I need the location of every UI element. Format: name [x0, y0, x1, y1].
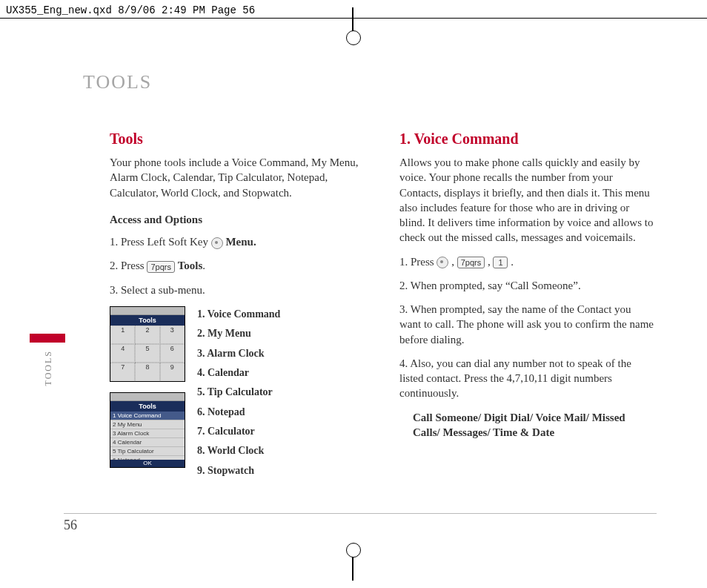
screen1-title: Tools	[110, 315, 185, 326]
sub-menu-list: 1. Voice Command 2. My Menu 3. Alarm Clo…	[197, 306, 280, 480]
step2-period: .	[202, 260, 205, 271]
screen2-items: 1 Voice Command 2 My Menu 3 Alarm Clock …	[110, 412, 185, 465]
key-1-icon: 1	[493, 257, 508, 268]
access-heading: Access and Options	[110, 212, 364, 227]
sub-menu-item: 9. Stopwatch	[197, 463, 280, 479]
sub-menu-item: 2. My Menu	[197, 326, 280, 342]
vc-step1-a: 1. Press	[399, 256, 437, 268]
tools-intro: Your phone tools include a Voice Command…	[110, 155, 364, 200]
page-title: TOOLS	[83, 71, 654, 93]
soft-key-icon	[437, 257, 448, 268]
crop-rule	[0, 18, 707, 19]
sub-menu-item: 5. Tip Calculator	[197, 384, 280, 400]
right-column: 1. Voice Command Allows you to make phon…	[399, 131, 654, 479]
side-tab: TOOLS	[30, 334, 65, 386]
key-7pqrs-icon: 7pqrs	[457, 257, 485, 268]
vc-step-1: 1. Press , 7pqrs , 1 .	[399, 254, 654, 269]
vc-step-2: 2. When prompted, say “Call Someone”.	[399, 278, 654, 293]
access-step-3: 3. Select a sub-menu.	[110, 283, 364, 297]
left-column: Tools Your phone tools include a Voice C…	[110, 131, 364, 479]
crop-mark-bottom	[352, 549, 354, 581]
vc-step-3: 3. When prompted, say the name of the Co…	[399, 302, 654, 347]
step2-text-a: 2. Press	[110, 260, 147, 271]
voice-command-heading: 1. Voice Command	[399, 131, 654, 148]
step1-text-a: 1. Press Left Soft Key	[110, 236, 211, 248]
screen2-item: 2 My Menu	[110, 420, 185, 429]
screen2-item: 1 Voice Command	[110, 412, 185, 420]
left-soft-key-icon	[211, 237, 223, 249]
step1-text-b: Menu.	[225, 236, 256, 248]
voice-command-intro: Allows you to make phone calls quickly a…	[399, 155, 654, 245]
sub-menu-item: 3. Alarm Clock	[197, 346, 280, 362]
screen2-item: 5 Tip Calculator	[110, 447, 185, 456]
phone-screen-icons: Tools 123 456 789	[110, 306, 185, 382]
footer-rule	[64, 513, 657, 514]
crop-mark-top	[352, 7, 354, 39]
phone-screenshots: Tools 123 456 789 Tools 1 Voice Command …	[110, 306, 185, 468]
tools-heading: Tools	[110, 131, 364, 148]
vc-step-4: 4. Also, you can dial any number not to …	[399, 356, 654, 401]
page-number: 56	[64, 518, 77, 533]
sub-menu-item: 7. Calculator	[197, 423, 280, 440]
key-7pqrs-icon: 7pqrs	[147, 261, 175, 273]
vc-step1-b: .	[511, 256, 514, 268]
vc-commands: Call Someone/ Digit Dial/ Voice Mail/ Mi…	[413, 410, 654, 440]
sub-menu-item: 4. Calendar	[197, 365, 280, 381]
side-red-block	[30, 334, 65, 343]
access-step-2: 2. Press 7pqrs Tools.	[110, 258, 364, 273]
side-tab-label: TOOLS	[43, 350, 54, 386]
phone-screen-list: Tools 1 Voice Command 2 My Menu 3 Alarm …	[110, 392, 185, 468]
access-step-1: 1. Press Left Soft Key Menu.	[110, 234, 364, 249]
screen2-item: 3 Alarm Clock	[110, 429, 185, 438]
sub-menu-item: 1. Voice Command	[197, 306, 280, 323]
screen2-item: 4 Calendar	[110, 438, 185, 447]
screen2-title: Tools	[110, 401, 185, 412]
sub-menu-item: 6. Notepad	[197, 404, 280, 420]
crop-header: UX355_Eng_new.qxd 8/9/06 2:49 PM Page 56	[6, 4, 255, 16]
step2-tools-label: Tools	[178, 260, 203, 271]
sub-menu-item: 8. World Clock	[197, 443, 280, 459]
